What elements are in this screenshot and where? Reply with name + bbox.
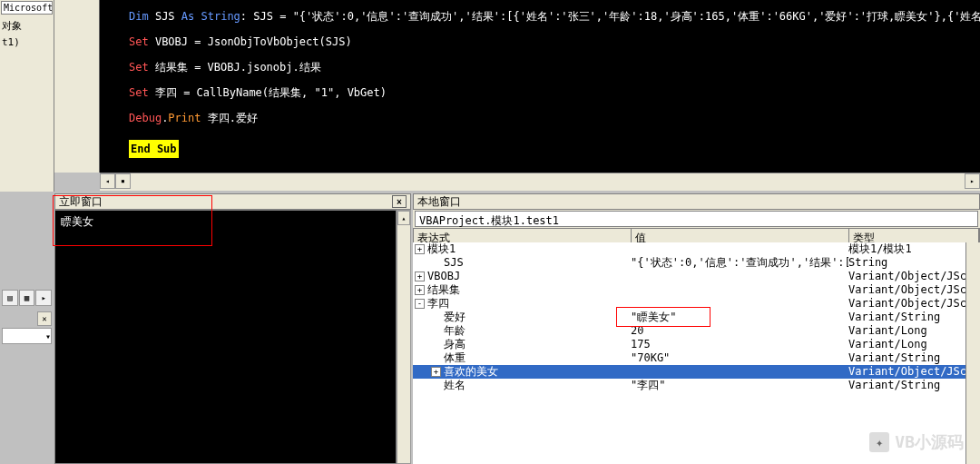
- app-title-fragment: Microsoft Exc: [1, 1, 53, 15]
- watermark: ✦ VB小源码: [869, 431, 964, 453]
- locals-row[interactable]: 姓名"李四"Variant/String: [413, 379, 965, 392]
- code-kw-set: Set: [129, 35, 149, 48]
- tree-toggle-icon[interactable]: +: [415, 244, 425, 254]
- locals-row[interactable]: +喜欢的美女Variant/Object/JScriptTypeIn: [413, 365, 965, 379]
- code-hscrollbar[interactable]: ◂ ▪ ▸: [100, 173, 980, 191]
- code-text: : SJS = "{'状态':0,'信息':'查询成功','结果':[{'姓名'…: [240, 10, 980, 23]
- locals-type: Variant/String: [848, 311, 965, 324]
- code-end-sub: End Sub: [129, 140, 179, 158]
- code-kw-set: Set: [129, 61, 149, 74]
- code-text: 李四.爱好: [201, 112, 257, 124]
- tree-toggle-icon[interactable]: +: [415, 285, 425, 295]
- immediate-content[interactable]: 瞟美女: [54, 210, 397, 464]
- locals-value: 175: [631, 338, 848, 351]
- project-sub-label: t1): [0, 36, 54, 52]
- locals-type: Variant/Long: [848, 338, 965, 351]
- locals-expr: 身高: [444, 338, 466, 350]
- locals-row[interactable]: 身高175Variant/Long: [413, 338, 965, 351]
- scroll-left-button[interactable]: ◂: [100, 173, 115, 189]
- locals-row[interactable]: +结果集Variant/Object/JScriptTypeIn: [413, 283, 965, 297]
- wechat-icon: ✦: [869, 432, 889, 452]
- scroll-mode-button[interactable]: ▪: [115, 173, 131, 189]
- locals-row[interactable]: +模块1模块1/模块1: [413, 242, 965, 256]
- locals-type: Variant/Long: [848, 324, 965, 338]
- view-object-button[interactable]: ▦: [19, 290, 35, 306]
- locals-expr: 结果集: [427, 283, 460, 296]
- locals-expr: 李四: [427, 297, 449, 310]
- toggle-folders-button[interactable]: ▸: [35, 290, 52, 306]
- locals-expr: 模块1: [427, 242, 456, 255]
- locals-expr: 爱好: [444, 311, 466, 323]
- locals-value: [631, 242, 848, 256]
- watermark-text: VB小源码: [895, 431, 964, 453]
- locals-expr: 喜欢的美女: [444, 365, 498, 378]
- locals-type: Variant/Object/JScriptTypeIn: [848, 270, 965, 283]
- locals-value: [631, 270, 848, 283]
- scroll-track[interactable]: [131, 173, 965, 191]
- properties-dropdown[interactable]: ▾: [2, 328, 52, 344]
- immediate-window: 立即窗口 × 瞟美女 ▴: [54, 193, 411, 464]
- locals-expr: SJS: [444, 256, 464, 269]
- tree-toggle-icon[interactable]: +: [415, 271, 425, 281]
- project-close-button[interactable]: ✕: [37, 311, 52, 326]
- locals-window: 本地窗口 VBAProject.模块1.test1 表达式 值 类型 +模块1模…: [413, 193, 980, 464]
- locals-type: 模块1/模块1: [848, 242, 965, 256]
- locals-value: [631, 365, 848, 379]
- scroll-right-button[interactable]: ▸: [965, 173, 980, 189]
- code-kw-string: As String: [181, 10, 240, 23]
- locals-type: Variant/String: [848, 351, 965, 365]
- locals-type: Variant/String: [848, 379, 965, 392]
- code-var: SJS: [149, 10, 181, 23]
- locals-row[interactable]: 体重"70KG"Variant/String: [413, 351, 965, 365]
- annotation-highlight: [53, 195, 212, 246]
- tree-toggle-icon[interactable]: +: [431, 367, 441, 377]
- locals-type: Variant/Object/JScriptTypeIn: [848, 365, 965, 379]
- project-object-label: 对象: [0, 15, 54, 36]
- locals-value: "70KG": [631, 351, 848, 365]
- code-kw-set: Set: [129, 86, 149, 99]
- annotation-highlight-value: [616, 307, 710, 327]
- immediate-close-button[interactable]: ×: [392, 195, 407, 208]
- locals-value: "李四": [631, 379, 848, 392]
- locals-expr: VBOBJ: [427, 270, 460, 282]
- locals-vscrollbar[interactable]: [965, 242, 980, 464]
- immediate-vscrollbar[interactable]: ▴: [397, 210, 411, 464]
- code-text: VBOBJ = JsonObjToVbObject(SJS): [149, 35, 352, 48]
- code-editor[interactable]: Dim SJS As String: SJS = "{'状态':0,'信息':'…: [100, 0, 980, 173]
- locals-context[interactable]: VBAProject.模块1.test1: [415, 211, 978, 227]
- project-toolbar: Microsoft Exc 对象 t1) ▤ ▦ ▸ ✕ ▾: [0, 0, 54, 192]
- code-text: 结果集 = VBOBJ.jsonobj.结果: [149, 61, 321, 74]
- locals-expr: 姓名: [444, 379, 466, 391]
- locals-value: "{'状态':0,'信息':'查询成功','结果':[{'姓名':'张: [631, 256, 848, 270]
- locals-row[interactable]: +VBOBJVariant/Object/JScriptTypeIn: [413, 270, 965, 283]
- code-kw-dim: Dim: [129, 10, 149, 23]
- locals-expr: 体重: [444, 351, 466, 364]
- locals-row[interactable]: SJS"{'状态':0,'信息':'查询成功','结果':[{'姓名':'张St…: [413, 256, 965, 270]
- locals-title: 本地窗口: [417, 194, 461, 210]
- code-frame-left: [54, 0, 100, 173]
- tree-toggle-icon[interactable]: -: [415, 299, 425, 309]
- code-text: 李四 = CallByName(结果集, "1", VbGet): [149, 86, 387, 99]
- locals-expr: 年龄: [444, 324, 466, 337]
- view-code-button[interactable]: ▤: [2, 290, 18, 306]
- locals-type: Variant/Object/JScriptTypeIn: [848, 283, 965, 297]
- code-kw-print: Print: [168, 112, 201, 124]
- scroll-up-button[interactable]: ▴: [397, 211, 410, 225]
- code-kw-debug: Debug: [129, 112, 162, 124]
- locals-type: Variant/Object/JScriptTypeIn: [848, 297, 965, 311]
- locals-value: [631, 283, 848, 297]
- locals-type: String: [848, 256, 965, 270]
